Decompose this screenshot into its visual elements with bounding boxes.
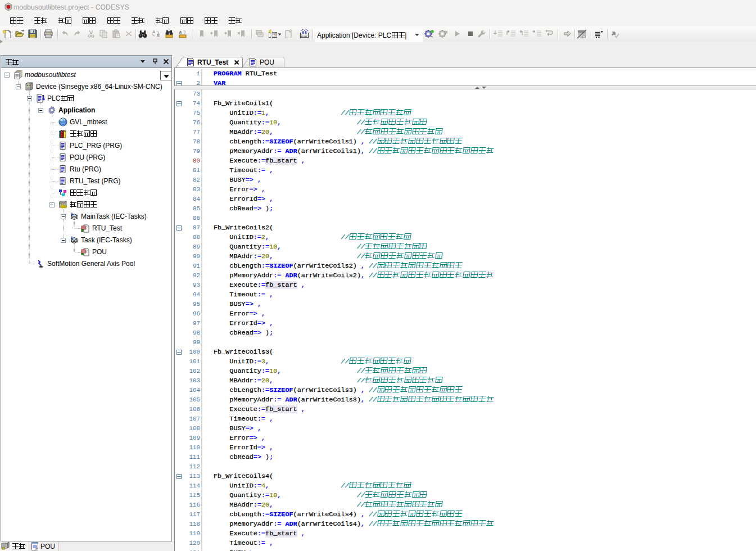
svg-text:A: A (152, 30, 155, 34)
svg-text:A: A (179, 30, 182, 35)
svg-text:B: B (157, 34, 160, 38)
